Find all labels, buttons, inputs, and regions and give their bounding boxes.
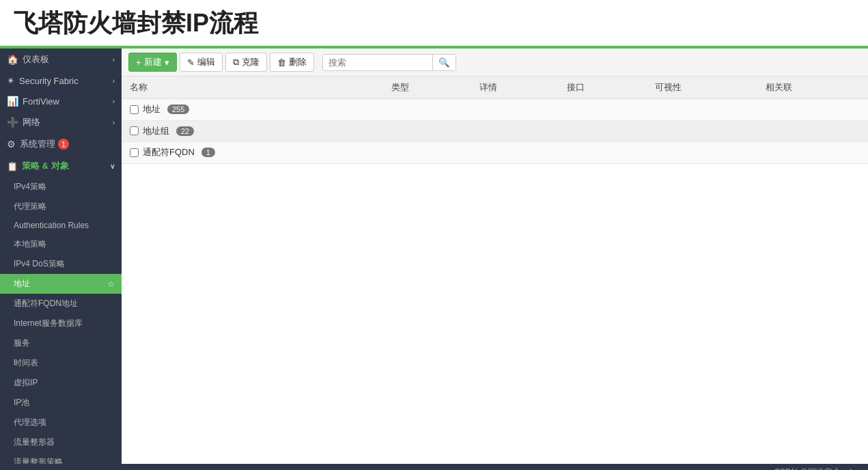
row-checkbox-1[interactable] [130, 126, 139, 135]
sidebar-item-ipv4-dos[interactable]: IPv4 DoS策略 [0, 254, 122, 274]
edit-button[interactable]: ✎ 编辑 [180, 53, 223, 72]
sidebar-label-security-fabric: Security Fabric [19, 76, 79, 86]
toolbar: + 新建 ▾ ✎ 编辑 ⧉ 克隆 🗑 删除 🔍 [122, 49, 868, 77]
sidebar-item-proxy-options[interactable]: 代理选项 [0, 413, 122, 432]
sidebar-item-service[interactable]: 服务 [0, 333, 122, 353]
dashboard-icon: 🏠 [7, 54, 18, 65]
star-icon: ☆ [107, 279, 115, 289]
row-related-0 [757, 99, 868, 121]
row-checkbox-2[interactable] [130, 148, 139, 157]
delete-button[interactable]: 🗑 删除 [270, 53, 314, 72]
clone-icon: ⧉ [233, 57, 239, 68]
arrow-icon-3: › [113, 98, 115, 105]
col-name: 名称 [122, 77, 383, 99]
trash-icon: 🗑 [277, 57, 286, 68]
plus-icon: + [136, 57, 141, 68]
label-ipv4-dos: IPv4 DoS策略 [14, 258, 65, 270]
label-proxy-options: 代理选项 [14, 417, 46, 428]
row-count-1: 22 [176, 126, 194, 136]
toolbar-search: 🔍 [322, 54, 456, 71]
sidebar-item-dashboard[interactable]: 🏠 仪表板 › [0, 49, 122, 70]
sidebar-item-traffic-shaper[interactable]: 流量整形器 [0, 432, 122, 452]
table-row[interactable]: 地址 255 [122, 99, 868, 121]
label-virtual-ip: 虚拟IP [14, 377, 38, 389]
system-icon: ⚙ [7, 139, 16, 150]
label-ip-pool: IP池 [14, 397, 29, 409]
row-related-1 [757, 120, 868, 142]
label-traffic-policy: 流量整形策略 [14, 456, 63, 464]
new-label: 新建 [144, 56, 162, 68]
row-detail-0 [471, 99, 559, 121]
sidebar-item-address[interactable]: 地址 ☆ [0, 274, 122, 294]
row-type-0 [383, 99, 471, 121]
label-local-policy: 本地策略 [14, 238, 46, 250]
row-interface-2 [559, 142, 647, 164]
row-name-2: 通配符FQDN [143, 146, 195, 158]
search-button[interactable]: 🔍 [432, 55, 456, 70]
label-ipv4-policy: IPv4策略 [14, 181, 46, 193]
sidebar-item-fortiview[interactable]: 📊 FortiView › [0, 91, 122, 111]
sidebar-item-fqdn-address[interactable]: 通配符FQDN地址 [0, 294, 122, 314]
sidebar-label-system: 系统管理 [20, 138, 55, 150]
main-content: + 新建 ▾ ✎ 编辑 ⧉ 克隆 🗑 删除 🔍 [122, 49, 868, 464]
row-related-2 [757, 142, 868, 164]
sidebar-item-auth-rules[interactable]: Authentication Rules [0, 217, 122, 234]
sidebar-item-security-fabric[interactable]: ✴ Security Fabric › [0, 70, 122, 91]
clone-button[interactable]: ⧉ 克隆 [225, 53, 267, 72]
label-address: 地址 [14, 278, 30, 290]
clone-label: 克隆 [242, 56, 260, 68]
arrow-icon: › [113, 56, 115, 64]
row-visibility-1 [647, 120, 757, 142]
col-interface: 接口 [559, 77, 647, 99]
row-interface-1 [559, 120, 647, 142]
sidebar-item-policy-object[interactable]: 📋 策略 & 对象 ∨ [0, 155, 122, 177]
col-type: 类型 [383, 77, 471, 99]
table-row[interactable]: 地址组 22 [122, 120, 868, 142]
col-detail: 详情 [471, 77, 559, 99]
fortiview-icon: 📊 [7, 96, 18, 107]
sidebar-item-traffic-policy[interactable]: 流量整形策略 [0, 452, 122, 464]
sidebar-item-local-policy[interactable]: 本地策略 [0, 234, 122, 254]
row-detail-2 [471, 142, 559, 164]
label-internet-db: Internet服务数据库 [14, 318, 83, 329]
row-count-0: 255 [167, 105, 189, 114]
label-schedule: 时间表 [14, 357, 38, 369]
row-visibility-0 [647, 99, 757, 121]
sidebar-item-schedule[interactable]: 时间表 [0, 353, 122, 373]
address-table: 名称 类型 详情 接口 可视性 相关联 地址 255 [122, 77, 868, 164]
edit-label: 编辑 [197, 56, 215, 68]
sidebar-item-proxy-policy[interactable]: 代理策略 [0, 197, 122, 217]
sidebar-label-fortiview: FortiView [23, 96, 59, 107]
sidebar-item-system-mgmt[interactable]: ⚙ 系统管理 1 [0, 133, 122, 155]
label-fqdn-address: 通配符FQDN地址 [14, 298, 78, 309]
footer-bar: CSDN @网络安全ggb [0, 464, 868, 470]
col-visibility: 可视性 [647, 77, 757, 99]
network-icon: ➕ [7, 117, 18, 128]
sidebar-item-virtual-ip[interactable]: 虚拟IP [0, 373, 122, 393]
sidebar-item-ip-pool[interactable]: IP池 [0, 393, 122, 413]
sidebar-item-internet-db[interactable]: Internet服务数据库 [0, 314, 122, 333]
dropdown-arrow-icon: ▾ [165, 57, 169, 68]
pencil-icon: ✎ [187, 57, 195, 68]
sidebar: 🏠 仪表板 › ✴ Security Fabric › 📊 FortiView … [0, 49, 122, 464]
search-input[interactable] [323, 55, 432, 70]
sidebar-label-policy: 策略 & 对象 [22, 160, 69, 172]
label-auth-rules: Authentication Rules [14, 221, 89, 230]
new-button[interactable]: + 新建 ▾ [128, 53, 177, 72]
policy-arrow: ∨ [110, 163, 115, 170]
row-detail-1 [471, 120, 559, 142]
sidebar-item-network[interactable]: ➕ 网络 › [0, 111, 122, 133]
row-type-1 [383, 120, 471, 142]
csdn-label: CSDN @网络安全ggb [774, 467, 854, 470]
row-checkbox-0[interactable] [130, 105, 139, 114]
system-badge: 1 [58, 139, 69, 150]
table-row[interactable]: 通配符FQDN 1 [122, 142, 868, 164]
delete-label: 删除 [289, 56, 307, 68]
row-visibility-2 [647, 142, 757, 164]
table-wrap: 名称 类型 详情 接口 可视性 相关联 地址 255 [122, 77, 868, 464]
label-proxy-policy: 代理策略 [14, 201, 46, 212]
arrow-icon-4: › [113, 119, 115, 126]
sidebar-item-ipv4-policy[interactable]: IPv4策略 [0, 177, 122, 197]
row-name-1: 地址组 [143, 125, 169, 137]
label-service: 服务 [14, 337, 30, 349]
